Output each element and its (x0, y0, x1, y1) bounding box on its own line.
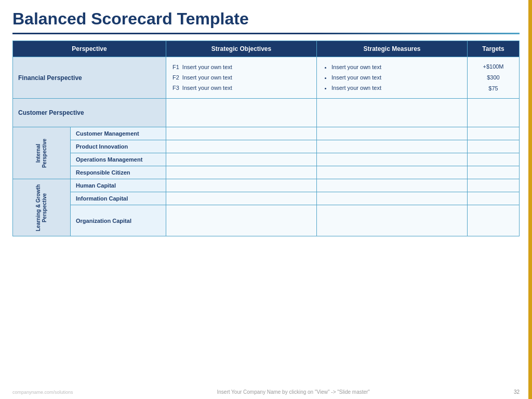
footer-left: companyname.com/solutions (12, 390, 73, 395)
internal-rc-measures (317, 166, 468, 179)
responsible-citizen-label: Responsible Citizen (71, 166, 166, 179)
internal-cm-measures (317, 127, 468, 140)
internal-pi-targets (468, 140, 520, 153)
financial-measures: Insert your own text Insert your own tex… (323, 62, 461, 93)
header-targets: Targets (468, 41, 520, 57)
customer-objectives-cell (166, 99, 317, 127)
internal-om-objectives (166, 153, 317, 166)
financial-targets-cell: +$100M $300 $75 (468, 57, 520, 99)
footer-center: Insert Your Company Name by clicking on … (73, 389, 514, 395)
internal-responsible-row: Responsible Citizen (13, 166, 520, 179)
learning-org-row: Organization Capital (13, 205, 520, 236)
title-underline (12, 33, 520, 34)
customer-perspective-label: Customer Perspective (13, 99, 166, 127)
learning-oc-objectives (166, 205, 317, 236)
header-strategic-measures: Strategic Measures (317, 41, 468, 57)
customer-mgmt-label: Customer Management (71, 127, 166, 140)
financial-objectives: F1Insert your own text F2Insert your own… (172, 62, 310, 93)
internal-rc-targets (468, 166, 520, 179)
learning-hc-targets (468, 179, 520, 192)
financial-perspective-label: Financial Perspective (13, 57, 166, 99)
financial-targets: +$100M $300 $75 (473, 61, 514, 94)
learning-ic-measures (317, 192, 468, 205)
page-number: 32 (514, 389, 520, 395)
financial-row: Financial Perspective F1Insert your own … (13, 57, 520, 99)
org-capital-label: Organization Capital (71, 205, 166, 236)
scorecard-table: Perspective Strategic Objectives Strateg… (12, 41, 520, 236)
internal-cm-targets (468, 127, 520, 140)
learning-info-row: Information Capital (13, 192, 520, 205)
info-capital-label: Information Capital (71, 192, 166, 205)
header-row: Perspective Strategic Objectives Strateg… (13, 41, 520, 57)
learning-ic-targets (468, 192, 520, 205)
learning-oc-targets (468, 205, 520, 236)
measure-3: Insert your own text (331, 83, 461, 94)
learning-perspective-label: Learning & GrowthPerspective (13, 179, 71, 236)
learning-hc-measures (317, 179, 468, 192)
measure-1: Insert your own text (331, 62, 461, 73)
internal-pi-measures (317, 140, 468, 153)
learning-oc-measures (317, 205, 468, 236)
customer-row: Customer Perspective (13, 99, 520, 127)
learning-human-row: Learning & GrowthPerspective Human Capit… (13, 179, 520, 192)
internal-cm-objectives (166, 127, 317, 140)
internal-product-row: Product Innovation (13, 140, 520, 153)
internal-om-measures (317, 153, 468, 166)
learning-ic-objectives (166, 192, 317, 205)
gold-border (528, 0, 532, 399)
internal-customer-mgmt-row: InternalPerspective Customer Management (13, 127, 520, 140)
obj-f3: F3Insert your own text (172, 83, 310, 94)
header-strategic-objectives: Strategic Objectives (166, 41, 317, 57)
internal-perspective-label: InternalPerspective (13, 127, 71, 179)
customer-targets-cell (468, 99, 520, 127)
header-perspective: Perspective (13, 41, 166, 57)
internal-om-targets (468, 153, 520, 166)
obj-f2: F2Insert your own text (172, 73, 310, 83)
financial-objectives-cell: F1Insert your own text F2Insert your own… (166, 57, 317, 99)
learning-rotated-text: Learning & GrowthPerspective (35, 184, 48, 231)
page-container: Balanced Scorecard Template Perspective … (0, 0, 532, 399)
obj-f1: F1Insert your own text (172, 62, 310, 73)
financial-measures-cell: Insert your own text Insert your own tex… (317, 57, 468, 99)
learning-hc-objectives (166, 179, 317, 192)
internal-operations-row: Operations Management (13, 153, 520, 166)
human-capital-label: Human Capital (71, 179, 166, 192)
product-innovation-label: Product Innovation (71, 140, 166, 153)
page-title: Balanced Scorecard Template (12, 9, 520, 29)
measure-2: Insert your own text (331, 73, 461, 83)
internal-rotated-text: InternalPerspective (35, 139, 48, 168)
internal-pi-objectives (166, 140, 317, 153)
footer: companyname.com/solutions Insert Your Co… (12, 389, 520, 395)
internal-rc-objectives (166, 166, 317, 179)
customer-measures-cell (317, 99, 468, 127)
operations-mgmt-label: Operations Management (71, 153, 166, 166)
